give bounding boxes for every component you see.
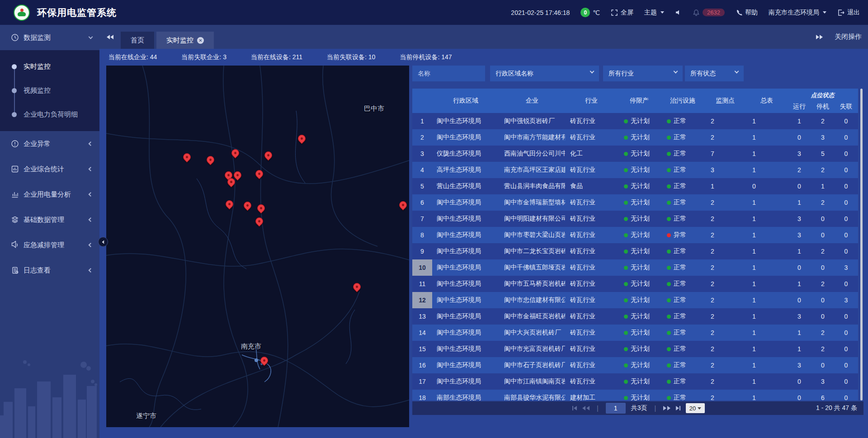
row-meter: 1 <box>746 118 788 125</box>
next-page-button[interactable] <box>663 406 670 410</box>
table-row[interactable]: 16阆中生态环境局阆中市石子页岩机砖厂砖瓦行业无计划正常21300 <box>412 357 858 373</box>
row-limit-status: 无计划 <box>618 280 661 288</box>
row-facility-status: 正常 <box>661 117 704 125</box>
row-region: 阆中生态环境局 <box>432 377 499 386</box>
tabs-scroll-right-button[interactable] <box>816 25 823 49</box>
status-dot-icon <box>624 347 628 351</box>
status-dot-icon <box>667 396 671 400</box>
row-limit-status: 无计划 <box>618 345 661 353</box>
row-facility-status: 正常 <box>661 247 704 255</box>
map-panel[interactable]: 巴中市南充市遂宁市 <box>106 66 409 427</box>
row-facility-status: 正常 <box>661 280 704 288</box>
tab-home[interactable]: 首页 <box>121 32 154 49</box>
row-limit-status: 无计划 <box>618 231 661 239</box>
chevron-down-icon <box>660 11 664 14</box>
fullscreen-icon <box>611 9 618 16</box>
last-page-button[interactable] <box>676 406 680 410</box>
sound-toggle[interactable] <box>675 9 682 16</box>
close-actions-button[interactable]: 关闭操作 <box>835 33 862 41</box>
row-limit-status: 无计划 <box>618 198 661 207</box>
row-stop: 0 <box>811 362 835 369</box>
sidebar-item-0[interactable]: 数据监测 <box>0 25 99 50</box>
table-row[interactable]: 12阆中生态环境局阆中市忠信建材有限公砖瓦行业无计划正常21003 <box>412 292 858 308</box>
sidebar-subitem-0-1[interactable]: 视频监控 <box>0 79 99 103</box>
table-row[interactable]: 5营山生态环境局营山县润丰肉食品有限食品无计划正常10010 <box>412 178 858 194</box>
table-row[interactable]: 17阆中生态环境局阆中市江南镇阆南页岩砖瓦行业无计划正常21030 <box>412 373 858 390</box>
help-button[interactable]: 帮助 <box>736 9 758 17</box>
map-collapse-button[interactable] <box>98 237 108 247</box>
sidebar-item-4[interactable]: 基础数据管理 <box>0 207 99 232</box>
row-company: 阆中强锐页岩砖厂 <box>499 117 565 125</box>
logout-button[interactable]: 退出 <box>837 9 860 17</box>
table-row[interactable]: 3仪陇生态环境局西南油气田分公司川中化工无计划正常71350 <box>412 146 858 162</box>
table-row[interactable]: 9阆中生态环境局阆中市二龙长宝页岩砖砖瓦行业无计划正常21120 <box>412 243 858 259</box>
sidebar-subitem-0-0[interactable]: 实时监控 <box>0 55 99 79</box>
analysis-icon <box>11 190 19 198</box>
sidebar-item-2[interactable]: 企业综合统计 <box>0 156 99 182</box>
log-icon <box>11 266 19 274</box>
prev-page-button[interactable] <box>582 406 590 410</box>
sidebar-item-6[interactable]: 日志查看 <box>0 258 99 283</box>
status-dot-icon <box>667 331 671 335</box>
row-region: 阆中生态环境局 <box>432 345 499 353</box>
table-row[interactable]: 6阆中生态环境局阆中市金博瑞新型墙材砖瓦行业无计划正常21120 <box>412 194 858 211</box>
row-facility-status: 正常 <box>661 133 704 141</box>
row-points: 2 <box>704 118 746 125</box>
fullscreen-button[interactable]: 全屏 <box>611 9 633 17</box>
row-points: 7 <box>704 150 746 157</box>
sidebar-item-1[interactable]: 企业异常 <box>0 131 99 156</box>
row-stop: 6 <box>811 394 835 400</box>
org-dropdown[interactable]: 南充市生态环境局 <box>769 9 826 17</box>
first-page-button[interactable] <box>572 406 577 410</box>
table-row[interactable]: 4高坪生态环境局南充市高坪区王家店建砖瓦行业无计划正常31220 <box>412 162 858 178</box>
app-logo-icon <box>14 5 30 21</box>
row-industry: 砖瓦行业 <box>565 329 618 337</box>
row-meter: 1 <box>746 378 788 385</box>
row-index: 14 <box>412 325 432 341</box>
row-run: 1 <box>788 329 811 336</box>
row-company: 阆中市金博瑞新型墙材 <box>499 198 565 207</box>
row-industry: 砖瓦行业 <box>565 133 618 141</box>
table-row[interactable]: 13阆中生态环境局阆中市金福旺页岩机砖砖瓦行业无计划正常21300 <box>412 308 858 325</box>
table-row[interactable]: 1阆中生态环境局阆中强锐页岩砖厂砖瓦行业无计划正常21120 <box>412 113 858 129</box>
table-row[interactable]: 10阆中生态环境局阆中千佛镇五郎垭页岩砖瓦行业无计划正常21003 <box>412 259 858 276</box>
industry-filter-select[interactable]: 所有行业 <box>603 66 683 81</box>
name-filter-input[interactable]: 名称 <box>412 66 485 81</box>
tab-actions: 关闭操作 <box>816 25 868 49</box>
status-filter-select[interactable]: 所有状态 <box>685 66 744 81</box>
tab-close-icon[interactable]: ✕ <box>197 37 204 44</box>
table-scrollbar[interactable] <box>860 89 863 400</box>
table-row[interactable]: 14阆中生态环境局阆中大兴页岩机砖厂砖瓦行业无计划正常21120 <box>412 325 858 341</box>
table-row[interactable]: 8阆中生态环境局阆中市枣碧大梁山页岩砖瓦行业无计划异常21300 <box>412 227 858 243</box>
table-row[interactable]: 11阆中生态环境局阆中市五马桥页岩机砖砖瓦行业无计划正常21120 <box>412 276 858 292</box>
row-facility-status: 正常 <box>661 198 704 207</box>
notifications[interactable]: 2632 <box>693 9 725 16</box>
sidebar-item-3[interactable]: 企业用电量分析 <box>0 182 99 207</box>
row-run: 0 <box>788 264 811 271</box>
sidebar-subitem-0-2[interactable]: 企业电力负荷明细 <box>0 103 99 127</box>
row-lost: 0 <box>835 231 858 239</box>
row-company: 阆中市光富页岩机砖厂 <box>499 345 565 353</box>
map-city-label: 南充市 <box>241 342 261 351</box>
row-region: 阆中生态环境局 <box>432 215 499 223</box>
table-row[interactable]: 15阆中生态环境局阆中市光富页岩机砖厂砖瓦行业无计划正常21120 <box>412 341 858 357</box>
row-index: 11 <box>412 276 432 292</box>
page-number-input[interactable]: 1 <box>606 403 626 414</box>
row-industry: 食品 <box>565 182 618 190</box>
table-row[interactable]: 18南部生态环境局南部县骏华水泥有限公建材加工无计划正常21060 <box>412 390 858 400</box>
temperature-unit: ℃ <box>593 9 600 16</box>
tabs-scroll-left-button[interactable] <box>99 25 121 49</box>
row-stop: 2 <box>811 199 835 206</box>
map-city-label: 巴中市 <box>364 104 384 113</box>
gauge-icon <box>11 33 19 42</box>
theme-dropdown[interactable]: 主题 <box>644 9 664 17</box>
sidebar-item-5[interactable]: 应急减排管理 <box>0 232 99 258</box>
page-size-select[interactable]: 20 <box>686 403 705 413</box>
row-meter: 1 <box>746 280 788 287</box>
region-filter-select[interactable]: 行政区域名称 <box>490 66 599 81</box>
tab-realtime-monitoring[interactable]: 实时监控 ✕ <box>156 32 214 49</box>
notification-count-badge: 2632 <box>703 9 725 16</box>
table-row[interactable]: 2阆中生态环境局阆中市南方节能建材有砖瓦行业无计划正常21030 <box>412 129 858 146</box>
row-points: 2 <box>704 329 746 336</box>
table-row[interactable]: 7阆中生态环境局阆中明阳建材有限公司砖瓦行业无计划正常21300 <box>412 211 858 227</box>
